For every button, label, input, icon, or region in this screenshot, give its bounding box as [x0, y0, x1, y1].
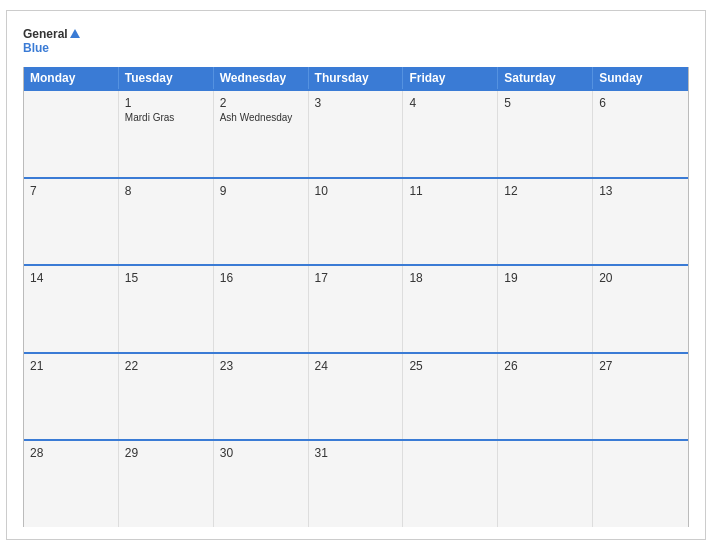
calendar-header: MondayTuesdayWednesdayThursdayFridaySatu…: [24, 67, 688, 89]
header-cell-monday: Monday: [24, 67, 119, 89]
calendar-cell: 23: [214, 354, 309, 440]
day-number: 12: [504, 184, 586, 198]
header-cell-tuesday: Tuesday: [119, 67, 214, 89]
calendar-cell: 26: [498, 354, 593, 440]
event-label: Mardi Gras: [125, 112, 207, 123]
header-cell-saturday: Saturday: [498, 67, 593, 89]
day-number: 26: [504, 359, 586, 373]
day-number: 9: [220, 184, 302, 198]
calendar-cell: 4: [403, 91, 498, 177]
calendar-cell: [593, 441, 688, 527]
calendar-cell: 21: [24, 354, 119, 440]
day-number: 20: [599, 271, 682, 285]
calendar-cell: 25: [403, 354, 498, 440]
calendar-cell: [24, 91, 119, 177]
calendar-cell: 6: [593, 91, 688, 177]
day-number: 13: [599, 184, 682, 198]
calendar-cell: 24: [309, 354, 404, 440]
calendar-cell: 2Ash Wednesday: [214, 91, 309, 177]
day-number: 30: [220, 446, 302, 460]
calendar-cell: 29: [119, 441, 214, 527]
calendar-cell: 27: [593, 354, 688, 440]
calendar-cell: 31: [309, 441, 404, 527]
calendar-cell: 7: [24, 179, 119, 265]
day-number: 24: [315, 359, 397, 373]
calendar-cell: 22: [119, 354, 214, 440]
calendar-cell: 3: [309, 91, 404, 177]
calendar-cell: 11: [403, 179, 498, 265]
day-number: 3: [315, 96, 397, 110]
day-number: 5: [504, 96, 586, 110]
calendar-week-1: 1Mardi Gras2Ash Wednesday3456: [24, 89, 688, 177]
calendar-cell: 30: [214, 441, 309, 527]
calendar-cell: [498, 441, 593, 527]
header-cell-thursday: Thursday: [309, 67, 404, 89]
calendar-cell: 17: [309, 266, 404, 352]
day-number: 25: [409, 359, 491, 373]
day-number: 27: [599, 359, 682, 373]
day-number: 14: [30, 271, 112, 285]
calendar-page: GeneralBlue MondayTuesdayWednesdayThursd…: [6, 10, 706, 540]
calendar-cell: 15: [119, 266, 214, 352]
day-number: 6: [599, 96, 682, 110]
calendar-cell: 12: [498, 179, 593, 265]
day-number: 31: [315, 446, 397, 460]
calendar-cell: 1Mardi Gras: [119, 91, 214, 177]
calendar-week-4: 21222324252627: [24, 352, 688, 440]
day-number: 23: [220, 359, 302, 373]
day-number: 7: [30, 184, 112, 198]
calendar-cell: 19: [498, 266, 593, 352]
day-number: 18: [409, 271, 491, 285]
calendar-cell: 13: [593, 179, 688, 265]
calendar-week-3: 14151617181920: [24, 264, 688, 352]
day-number: 8: [125, 184, 207, 198]
calendar-cell: 10: [309, 179, 404, 265]
day-number: 16: [220, 271, 302, 285]
day-number: 1: [125, 96, 207, 110]
page-header: GeneralBlue: [23, 27, 689, 55]
calendar-week-2: 78910111213: [24, 177, 688, 265]
calendar-cell: 14: [24, 266, 119, 352]
day-number: 29: [125, 446, 207, 460]
day-number: 22: [125, 359, 207, 373]
header-cell-wednesday: Wednesday: [214, 67, 309, 89]
day-number: 28: [30, 446, 112, 460]
calendar-cell: 28: [24, 441, 119, 527]
calendar-body: 1Mardi Gras2Ash Wednesday345678910111213…: [24, 89, 688, 527]
day-number: 10: [315, 184, 397, 198]
day-number: 17: [315, 271, 397, 285]
calendar-week-5: 28293031: [24, 439, 688, 527]
calendar-cell: 5: [498, 91, 593, 177]
header-cell-sunday: Sunday: [593, 67, 688, 89]
day-number: 19: [504, 271, 586, 285]
event-label: Ash Wednesday: [220, 112, 302, 123]
calendar-grid: MondayTuesdayWednesdayThursdayFridaySatu…: [23, 67, 689, 527]
day-number: 2: [220, 96, 302, 110]
header-cell-friday: Friday: [403, 67, 498, 89]
calendar-cell: [403, 441, 498, 527]
day-number: 11: [409, 184, 491, 198]
day-number: 21: [30, 359, 112, 373]
day-number: 15: [125, 271, 207, 285]
calendar-cell: 8: [119, 179, 214, 265]
calendar-cell: 16: [214, 266, 309, 352]
logo: GeneralBlue: [23, 27, 103, 55]
day-number: 4: [409, 96, 491, 110]
calendar-cell: 20: [593, 266, 688, 352]
calendar-cell: 9: [214, 179, 309, 265]
calendar-cell: 18: [403, 266, 498, 352]
